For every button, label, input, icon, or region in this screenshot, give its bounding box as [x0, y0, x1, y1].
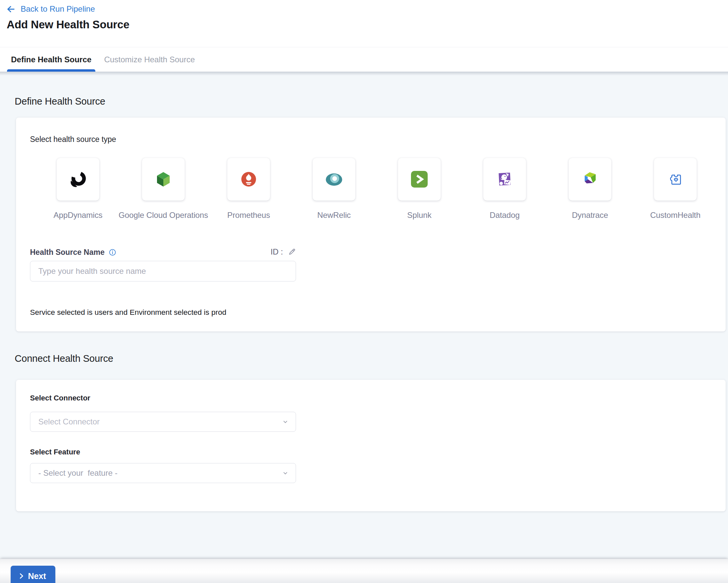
google-cloud-operations-tile-card[interactable]	[142, 158, 185, 200]
prometheus-tile-card[interactable]	[227, 158, 270, 200]
source-type-label: Datadog	[490, 211, 520, 220]
service-environment-note: Service selected is users and Environmen…	[30, 308, 226, 317]
source-type-newrelic[interactable]: NewRelic	[291, 158, 377, 220]
dynatrace-tile-card[interactable]	[569, 158, 611, 200]
health-source-name-label: Health Source Name	[30, 248, 105, 257]
define-section-heading: Define Health Source	[15, 96, 105, 107]
back-link[interactable]: Back to Run Pipeline	[6, 4, 95, 13]
source-type-prometheus[interactable]: Prometheus	[206, 158, 291, 220]
splunk-tile-card[interactable]	[398, 158, 441, 200]
select-connector-label: Select Connector	[30, 394, 90, 402]
source-type-label: Splunk	[407, 211, 432, 220]
datadog-icon	[494, 169, 515, 190]
footer-bar: Next	[0, 559, 728, 583]
tab-define-label: Define Health Source	[11, 55, 91, 64]
source-type-label: Dynatrace	[572, 211, 608, 220]
page-header: Back to Run Pipeline Add New Health Sour…	[0, 0, 728, 47]
health-source-name-input[interactable]	[30, 261, 296, 281]
chevron-right-icon	[18, 573, 25, 579]
source-type-customhealth[interactable]: CustomHealth	[633, 158, 718, 220]
select-source-type-label: Select health source type	[30, 135, 116, 144]
splunk-icon	[409, 169, 430, 190]
source-type-label: AppDynamics	[54, 211, 103, 220]
newrelic-tile-card[interactable]	[313, 158, 355, 200]
prometheus-icon	[238, 169, 259, 190]
edit-pencil-icon[interactable]	[288, 248, 296, 256]
newrelic-icon	[323, 169, 345, 190]
connect-health-source-card: Select Connector Select Connector Select…	[16, 380, 726, 511]
define-health-source-card: Select health source type AppDynamics	[16, 118, 726, 331]
appdynamics-tile-card[interactable]	[57, 158, 99, 200]
customhealth-icon	[665, 169, 686, 190]
appdynamics-icon	[67, 169, 89, 190]
next-button-label: Next	[28, 571, 46, 581]
connector-select-placeholder: Select Connector	[38, 417, 100, 426]
connector-select[interactable]: Select Connector	[30, 412, 296, 432]
source-type-datadog[interactable]: Datadog	[462, 158, 547, 220]
connect-section-heading: Connect Health Source	[15, 353, 113, 364]
source-type-label: Prometheus	[227, 211, 270, 220]
source-type-splunk[interactable]: Splunk	[377, 158, 462, 220]
source-type-google-cloud-operations[interactable]: Google Cloud Operations	[121, 158, 206, 220]
datadog-tile-card[interactable]	[483, 158, 526, 200]
tab-define-health-source[interactable]: Define Health Source	[11, 47, 91, 72]
source-type-tiles: AppDynamics Google Cloud Operations	[35, 158, 718, 220]
customhealth-tile-card[interactable]	[654, 158, 697, 200]
add-health-source-page: Back to Run Pipeline Add New Health Sour…	[0, 0, 728, 583]
id-label: ID :	[271, 247, 283, 256]
feature-select-placeholder: - Select your feature -	[38, 468, 117, 478]
back-link-label[interactable]: Back to Run Pipeline	[21, 4, 95, 13]
source-type-label: Google Cloud Operations	[119, 211, 208, 220]
health-source-name-row: Health Source Name	[30, 248, 116, 257]
next-button[interactable]: Next	[11, 566, 55, 583]
chevron-down-icon	[282, 469, 289, 477]
tab-bar: Define Health Source Customize Health So…	[0, 47, 728, 72]
tab-customize-label: Customize Health Source	[104, 55, 195, 64]
page-title: Add New Health Source	[7, 18, 129, 31]
select-feature-label: Select Feature	[30, 448, 80, 456]
source-type-label: CustomHealth	[650, 211, 701, 220]
chevron-down-icon	[282, 418, 289, 425]
feature-select[interactable]: - Select your feature -	[30, 463, 296, 483]
source-type-label: NewRelic	[317, 211, 351, 220]
info-icon[interactable]	[109, 249, 116, 256]
arrow-left-icon	[6, 5, 15, 13]
dynatrace-icon	[579, 169, 601, 190]
tab-customize-health-source[interactable]: Customize Health Source	[104, 47, 195, 72]
source-type-dynatrace[interactable]: Dynatrace	[547, 158, 633, 220]
active-tab-underline	[7, 69, 95, 72]
google-cloud-operations-icon	[153, 169, 174, 190]
source-type-appdynamics[interactable]: AppDynamics	[35, 158, 121, 220]
id-group: ID :	[271, 247, 296, 256]
